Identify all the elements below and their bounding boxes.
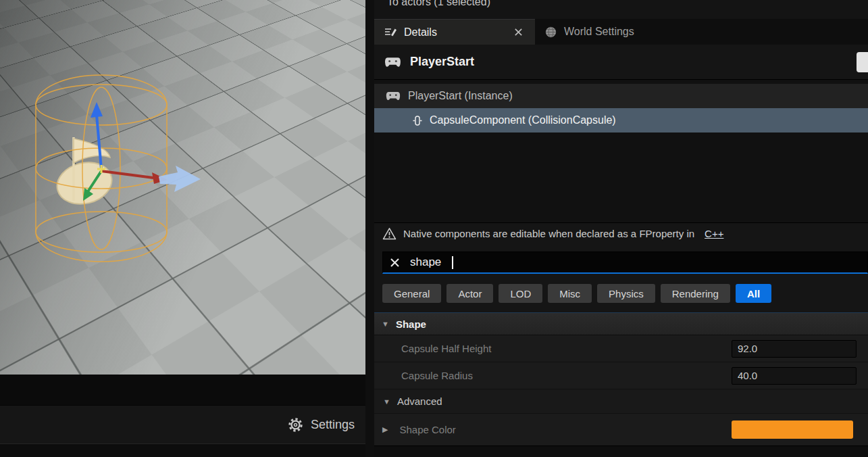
translate-gizmo-z-axis[interactable]: [91, 102, 103, 169]
clipped-toolbar-text: To actors (1 selected): [387, 0, 490, 8]
chevron-right-icon[interactable]: ▶: [382, 425, 388, 434]
player-start-gizmo[interactable]: [3, 51, 206, 281]
filter-button-row: General Actor LOD Misc Physics Rendering…: [374, 274, 868, 303]
tab-world-settings-label: World Settings: [564, 26, 634, 38]
tab-details-label: Details: [404, 26, 437, 39]
translate-gizmo-plane-handle[interactable]: [159, 166, 201, 192]
filter-all-button[interactable]: All: [736, 284, 771, 303]
warning-icon: [382, 227, 397, 240]
gear-icon: [288, 417, 303, 433]
clipped-add-button[interactable]: [857, 52, 868, 72]
tab-close-icon[interactable]: [511, 25, 526, 39]
settings-bar: Settings: [0, 405, 365, 443]
clear-search-icon[interactable]: [390, 258, 400, 268]
tab-details[interactable]: Details: [374, 19, 535, 45]
filter-physics-button[interactable]: Physics: [597, 284, 655, 303]
property-row-capsule-radius: Capsule Radius: [374, 362, 868, 389]
property-row-capsule-half-height: Capsule Half Height: [374, 335, 868, 362]
cpp-link[interactable]: C++: [705, 228, 723, 239]
chevron-down-icon: ▼: [383, 398, 390, 406]
settings-button[interactable]: Settings: [277, 413, 365, 437]
capsule-radius-label: Capsule Radius: [401, 370, 732, 381]
gamepad-icon: [385, 91, 401, 101]
panel-splitter[interactable]: [365, 0, 374, 457]
viewport-column: Settings: [0, 0, 365, 457]
text-cursor: [452, 256, 453, 269]
shape-section: ▼ Shape Capsule Half Height Capsule Radi…: [374, 312, 868, 446]
tab-world-settings[interactable]: World Settings: [535, 19, 644, 45]
tree-row-actor-label: PlayerStart (Instance): [408, 90, 513, 102]
shape-color-label: Shape Color: [399, 424, 732, 435]
capsule-radius-input[interactable]: [732, 367, 857, 385]
search-input[interactable]: shape: [382, 251, 868, 274]
capsule-half-height-label: Capsule Half Height: [401, 343, 732, 354]
details-panel: To actors (1 selected) Details W: [374, 0, 868, 457]
globe-icon: [544, 26, 557, 39]
viewport-3d[interactable]: [0, 0, 365, 375]
shape-section-title: Shape: [396, 318, 426, 330]
details-tab-bar: Details World Settings: [374, 19, 868, 45]
selected-actor-name: PlayerStart: [410, 55, 474, 69]
filter-actor-button[interactable]: Actor: [446, 284, 493, 303]
capsule-half-height-input[interactable]: [732, 340, 857, 358]
settings-label: Settings: [311, 418, 355, 432]
filter-misc-button[interactable]: Misc: [548, 284, 592, 303]
filter-rendering-button[interactable]: Rendering: [661, 284, 730, 303]
advanced-label: Advanced: [397, 395, 442, 407]
search-query-text: shape: [410, 256, 441, 269]
actor-header: PlayerStart: [374, 45, 868, 80]
details-icon: [384, 26, 397, 39]
component-tree: PlayerStart (Instance) CapsuleComponent …: [374, 80, 868, 223]
tree-row-actor-instance[interactable]: PlayerStart (Instance): [374, 84, 868, 108]
shape-section-header[interactable]: ▼ Shape: [374, 313, 868, 335]
clipped-toolbar-row: To actors (1 selected): [374, 0, 868, 19]
native-components-warning: Native components are editable when decl…: [374, 223, 868, 243]
search-area: shape: [374, 243, 868, 274]
advanced-section-header[interactable]: ▼ Advanced: [374, 389, 868, 414]
capsule-component-icon: [412, 115, 423, 126]
tree-row-capsule-component[interactable]: CapsuleComponent (CollisionCapsule): [374, 108, 868, 133]
shape-color-swatch[interactable]: [732, 420, 853, 439]
tree-row-capsule-label: CapsuleComponent (CollisionCapsule): [430, 114, 616, 126]
details-bottom-strip: [374, 446, 868, 457]
viewport-bottom-strip: [0, 375, 365, 405]
left-bottom-strip: [0, 443, 365, 457]
warning-text: Native components are editable when decl…: [403, 228, 694, 239]
property-row-shape-color: ▶ Shape Color: [374, 414, 868, 446]
filter-general-button[interactable]: General: [382, 284, 441, 303]
gamepad-icon: [384, 56, 402, 68]
unreal-editor-window: Settings To actors (1 selected) Details: [0, 0, 868, 457]
filter-lod-button[interactable]: LOD: [499, 284, 542, 303]
chevron-down-icon: ▼: [382, 320, 389, 328]
